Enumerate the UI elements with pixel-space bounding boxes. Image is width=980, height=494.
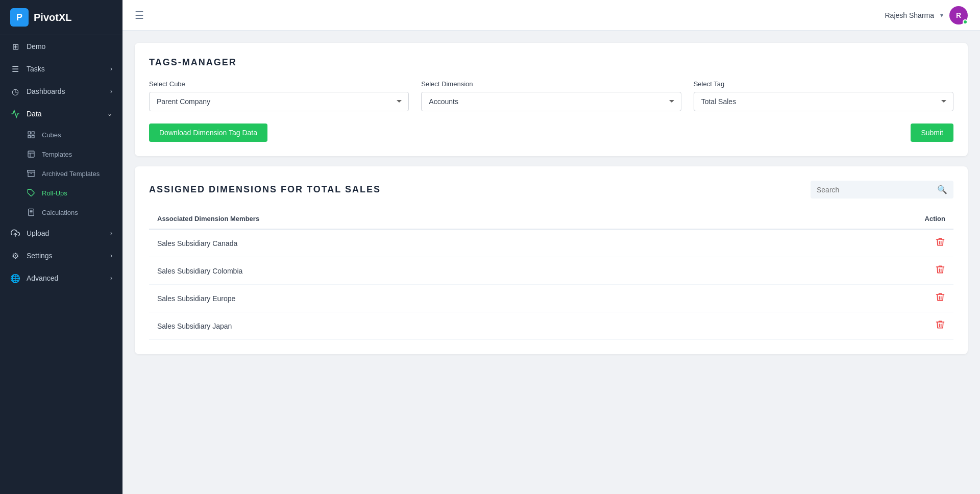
tasks-icon: ☰	[10, 64, 20, 74]
sidebar-item-tasks[interactable]: ☰ Tasks ›	[0, 58, 122, 80]
sidebar-item-settings[interactable]: ⚙ Settings ›	[0, 244, 122, 267]
sidebar: P PivotXL ⊞ Demo ☰ Tasks › ◷ Dashboards …	[0, 0, 122, 494]
table-row: Sales Subsidiary Canada	[149, 229, 953, 257]
svg-rect-2	[28, 135, 31, 138]
sidebar-label-data: Data	[27, 110, 42, 118]
select-dimension-label: Select Dimension	[421, 80, 681, 88]
sidebar-item-dashboards[interactable]: ◷ Dashboards ›	[0, 80, 122, 103]
logo-icon: P	[10, 8, 29, 27]
section-title: ASSIGNED DIMENSIONS FOR TOTAL SALES	[149, 184, 381, 195]
advanced-icon: 🌐	[10, 273, 20, 283]
data-chevron: ⌄	[107, 110, 112, 117]
tasks-chevron: ›	[110, 65, 112, 72]
assigned-dimensions-card: ASSIGNED DIMENSIONS FOR TOTAL SALES 🔍 As…	[135, 166, 968, 354]
archived-icon	[27, 169, 36, 178]
button-row: Download Dimension Tag Data Submit	[149, 124, 953, 142]
svg-rect-7	[28, 170, 35, 172]
tags-manager-title: TAGS-MANAGER	[149, 57, 953, 68]
svg-rect-3	[32, 135, 34, 138]
sidebar-item-advanced[interactable]: 🌐 Advanced ›	[0, 267, 122, 289]
table-row: Sales Subsidiary Japan	[149, 312, 953, 340]
content-area: TAGS-MANAGER Select Cube Parent Company …	[122, 31, 980, 494]
sidebar-item-archived-templates[interactable]: Archived Templates	[0, 164, 122, 183]
data-icon	[10, 109, 20, 119]
dashboards-chevron: ›	[110, 88, 112, 95]
sidebar-label-tasks: Tasks	[27, 65, 45, 73]
sidebar-item-upload[interactable]: Upload ›	[0, 222, 122, 244]
sidebar-item-rollups[interactable]: Roll-Ups	[0, 183, 122, 203]
select-tag-label: Select Tag	[694, 80, 953, 88]
member-cell: Sales Subsidiary Canada	[149, 229, 762, 257]
select-dimension-group: Select Dimension Accounts Products Regio…	[421, 80, 681, 111]
member-cell: Sales Subsidiary Colombia	[149, 257, 762, 285]
calculations-icon	[27, 208, 36, 217]
sidebar-item-calculations[interactable]: Calculations	[0, 203, 122, 222]
sidebar-label-calculations: Calculations	[42, 209, 78, 216]
sidebar-label-upload: Upload	[27, 229, 49, 237]
header: ☰ Rajesh Sharma ▾ R	[122, 0, 980, 31]
member-cell: Sales Subsidiary Europe	[149, 285, 762, 312]
sidebar-label-dashboards: Dashboards	[27, 87, 65, 95]
select-tag-group: Select Tag Total Sales Net Revenue Gross…	[694, 80, 953, 111]
sidebar-label-cubes: Cubes	[42, 131, 61, 139]
submit-button[interactable]: Submit	[911, 124, 953, 142]
delete-icon[interactable]	[935, 322, 945, 332]
svg-rect-4	[28, 151, 34, 157]
delete-icon[interactable]	[935, 294, 945, 304]
download-tag-data-button[interactable]: Download Dimension Tag Data	[149, 124, 267, 142]
settings-icon: ⚙	[10, 251, 20, 261]
header-right: Rajesh Sharma ▾ R	[885, 6, 968, 24]
advanced-chevron: ›	[110, 275, 112, 282]
sidebar-label-templates: Templates	[42, 151, 72, 158]
sidebar-logo[interactable]: P PivotXL	[0, 0, 122, 35]
demo-icon: ⊞	[10, 41, 20, 52]
search-icon: 🔍	[937, 185, 947, 194]
search-input[interactable]	[817, 186, 933, 194]
sidebar-label-settings: Settings	[27, 252, 53, 260]
cubes-icon	[27, 130, 36, 139]
sidebar-item-demo[interactable]: ⊞ Demo	[0, 35, 122, 58]
col-header-action: Action	[762, 209, 953, 229]
table-header-row: Associated Dimension Members Action	[149, 209, 953, 229]
select-cube-dropdown[interactable]: Parent Company Sales Cube Finance Cube	[149, 92, 409, 111]
sidebar-item-cubes[interactable]: Cubes	[0, 125, 122, 144]
section-header: ASSIGNED DIMENSIONS FOR TOTAL SALES 🔍	[149, 181, 953, 199]
action-cell	[762, 257, 953, 285]
tags-manager-card: TAGS-MANAGER Select Cube Parent Company …	[135, 43, 968, 156]
table-row: Sales Subsidiary Colombia	[149, 257, 953, 285]
sidebar-item-templates[interactable]: Templates	[0, 144, 122, 164]
select-tag-dropdown[interactable]: Total Sales Net Revenue Gross Profit	[694, 92, 953, 111]
dimensions-table: Associated Dimension Members Action Sale…	[149, 209, 953, 340]
svg-rect-0	[28, 132, 31, 134]
sidebar-label-rollups: Roll-Ups	[42, 189, 67, 197]
search-box[interactable]: 🔍	[811, 181, 953, 199]
sidebar-label-advanced: Advanced	[27, 274, 58, 282]
dashboards-icon: ◷	[10, 86, 20, 96]
menu-toggle[interactable]: ☰	[135, 9, 144, 21]
upload-chevron: ›	[110, 230, 112, 237]
table-row: Sales Subsidiary Europe	[149, 285, 953, 312]
user-dropdown-arrow[interactable]: ▾	[940, 12, 943, 19]
settings-chevron: ›	[110, 252, 112, 259]
sidebar-label-archived: Archived Templates	[42, 170, 100, 178]
user-name[interactable]: Rajesh Sharma	[885, 11, 935, 19]
main-content: ☰ Rajesh Sharma ▾ R TAGS-MANAGER Select …	[122, 0, 980, 494]
online-indicator	[963, 19, 968, 24]
app-name: PivotXL	[34, 12, 71, 23]
action-cell	[762, 229, 953, 257]
action-cell	[762, 312, 953, 340]
svg-rect-1	[32, 132, 34, 134]
member-cell: Sales Subsidiary Japan	[149, 312, 762, 340]
select-cube-label: Select Cube	[149, 80, 409, 88]
templates-icon	[27, 150, 36, 159]
sidebar-item-data[interactable]: Data ⌄	[0, 103, 122, 125]
upload-icon	[10, 228, 20, 238]
delete-icon[interactable]	[935, 266, 945, 277]
sidebar-label-demo: Demo	[27, 42, 45, 51]
delete-icon[interactable]	[935, 239, 945, 249]
header-left: ☰	[135, 9, 144, 21]
select-dimension-dropdown[interactable]: Accounts Products Regions Time	[421, 92, 681, 111]
user-avatar[interactable]: R	[949, 6, 968, 24]
col-header-members: Associated Dimension Members	[149, 209, 762, 229]
form-row-selects: Select Cube Parent Company Sales Cube Fi…	[149, 80, 953, 111]
